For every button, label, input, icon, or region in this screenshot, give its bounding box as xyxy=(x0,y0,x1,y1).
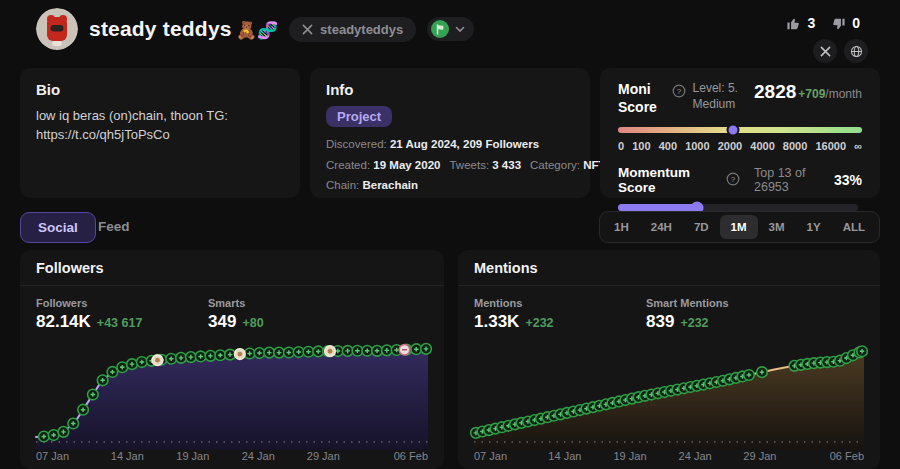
x-logo-icon xyxy=(302,24,313,35)
scale-tick-label: 1000 xyxy=(685,140,709,152)
mentions-x-axis: 07 Jan14 Jan19 Jan24 Jan29 Jan06 Feb xyxy=(458,450,880,464)
smart-follow-marker xyxy=(127,359,138,370)
avatar-marker xyxy=(325,346,336,357)
thumbs-up-button[interactable]: 3 xyxy=(786,15,815,31)
bio-title: Bio xyxy=(36,81,284,98)
x-axis-label: 06 Feb xyxy=(394,450,428,462)
scale-tick-label: 2000 xyxy=(718,140,742,152)
list-badge-dropdown[interactable] xyxy=(427,17,474,41)
mentions-card: Mentions Mentions1.33K+232Smart Mentions… xyxy=(458,250,880,469)
info-row: Chain: Berachain xyxy=(326,175,574,196)
smart-follow-marker xyxy=(88,389,99,400)
help-icon[interactable]: ? xyxy=(672,84,686,102)
project-tag: Project xyxy=(326,106,392,127)
followers-chart[interactable] xyxy=(20,338,444,450)
smart-follow-marker xyxy=(137,357,148,368)
title-emoji: 🧸🧬 xyxy=(236,21,278,40)
smart-follow-marker xyxy=(225,349,236,360)
range-button-1m[interactable]: 1M xyxy=(720,215,758,239)
smart-follow-marker xyxy=(205,351,216,362)
time-range-selector: 1H24H7D1M3M1YALL xyxy=(599,211,880,243)
followers-card-title: Followers xyxy=(20,250,444,286)
chevron-down-icon xyxy=(455,26,465,33)
smart-follow-marker xyxy=(107,367,118,378)
moni-score-value: 2828+709/month xyxy=(754,81,862,103)
followers-x-axis: 07 Jan14 Jan19 Jan24 Jan29 Jan06 Feb xyxy=(20,450,444,464)
x-axis-label: 29 Jan xyxy=(307,450,340,462)
flag-badge-icon xyxy=(431,20,449,38)
chart-stat: Smarts349+80 xyxy=(208,297,380,332)
info-row: Created: 19 May 2020Tweets: 3 433Categor… xyxy=(326,155,574,176)
avatar-marker xyxy=(235,349,246,360)
smart-follow-marker xyxy=(744,370,755,381)
followers-stats: Followers82.14K+43 617Smarts349+80 xyxy=(20,286,444,336)
unfollow-marker xyxy=(399,344,410,355)
moni-score-card: Moni Score ? Level: 5. Medium 2828+709/m… xyxy=(600,68,880,198)
x-logo-icon xyxy=(820,46,831,57)
globe-icon xyxy=(850,45,863,58)
thumbs-down-icon xyxy=(831,16,846,31)
smart-follow-marker xyxy=(284,347,295,358)
page-title: steady teddys🧸🧬 xyxy=(89,17,278,41)
moni-scale: 0100400100020004000800016000∞ xyxy=(618,140,862,152)
smart-follow-marker xyxy=(421,344,432,355)
x-profile-button[interactable] xyxy=(813,39,837,63)
x-axis-label: 14 Jan xyxy=(548,450,581,462)
smart-follow-marker xyxy=(372,346,383,357)
smart-follow-marker xyxy=(68,418,79,429)
chart-stat: Smart Mentions839+232 xyxy=(646,297,818,332)
x-axis-label: 14 Jan xyxy=(111,450,144,462)
moni-level: Level: 5. Medium xyxy=(693,81,754,112)
website-button[interactable] xyxy=(844,39,868,63)
x-axis-label: 24 Jan xyxy=(242,450,275,462)
tab-social[interactable]: Social xyxy=(20,212,96,243)
moni-score-label: Moni Score xyxy=(618,81,665,116)
help-icon[interactable]: ? xyxy=(726,172,740,189)
svg-text:?: ? xyxy=(731,175,736,184)
smart-follow-marker xyxy=(117,362,128,373)
smart-follow-marker xyxy=(215,350,226,361)
x-axis-label: 07 Jan xyxy=(474,450,507,462)
x-axis-label: 19 Jan xyxy=(176,450,209,462)
range-button-1h[interactable]: 1H xyxy=(603,215,640,239)
chart-stat: Mentions1.33K+232 xyxy=(474,297,646,332)
scale-tick-label: 8000 xyxy=(783,140,807,152)
avatar-marker xyxy=(152,355,163,366)
momentum-label: Momentum Score xyxy=(618,165,719,195)
scale-tick-label: ∞ xyxy=(854,140,862,152)
smart-follow-marker xyxy=(58,427,69,438)
x-axis-label: 06 Feb xyxy=(830,450,864,462)
scale-tick-label: 0 xyxy=(618,140,624,152)
range-button-all[interactable]: ALL xyxy=(832,215,876,239)
thumbs-down-button[interactable]: 0 xyxy=(831,15,860,31)
smart-follow-marker xyxy=(176,353,187,364)
range-button-1y[interactable]: 1Y xyxy=(796,215,832,239)
range-button-3m[interactable]: 3M xyxy=(758,215,796,239)
x-axis-label: 29 Jan xyxy=(743,450,776,462)
scale-tick-label: 400 xyxy=(659,140,677,152)
scale-tick-label: 100 xyxy=(632,140,650,152)
info-rows: Discovered: 21 Aug 2024, 209 FollowersCr… xyxy=(326,134,574,196)
smart-follow-marker xyxy=(48,430,59,441)
range-button-7d[interactable]: 7D xyxy=(683,215,720,239)
bio-card: Bio low iq beras (on)chain, thoon TG: ht… xyxy=(20,68,300,198)
mentions-chart[interactable] xyxy=(458,338,880,450)
range-button-24h[interactable]: 24H xyxy=(640,215,683,239)
avatar xyxy=(36,8,78,50)
info-card: Info Project Discovered: 21 Aug 2024, 20… xyxy=(310,68,590,198)
smart-follow-marker xyxy=(195,351,206,362)
vote-controls: 3 0 xyxy=(786,15,860,31)
smart-follow-marker xyxy=(757,367,768,378)
smart-follow-marker xyxy=(254,348,265,359)
x-handle-link[interactable]: steadyteddys xyxy=(289,17,416,42)
profile-header: steady teddys🧸🧬 steadyteddys xyxy=(36,8,474,50)
info-title: Info xyxy=(326,81,574,98)
smart-follow-marker xyxy=(166,353,177,364)
smart-follow-marker xyxy=(186,352,197,363)
momentum-percent: 33% xyxy=(834,172,862,188)
scale-tick-label: 4000 xyxy=(750,140,774,152)
tab-feed[interactable]: Feed xyxy=(98,219,130,234)
momentum-rank: Top 13 of 26953 xyxy=(754,166,834,194)
smart-follow-marker xyxy=(97,375,108,386)
smart-follow-marker xyxy=(39,431,50,442)
